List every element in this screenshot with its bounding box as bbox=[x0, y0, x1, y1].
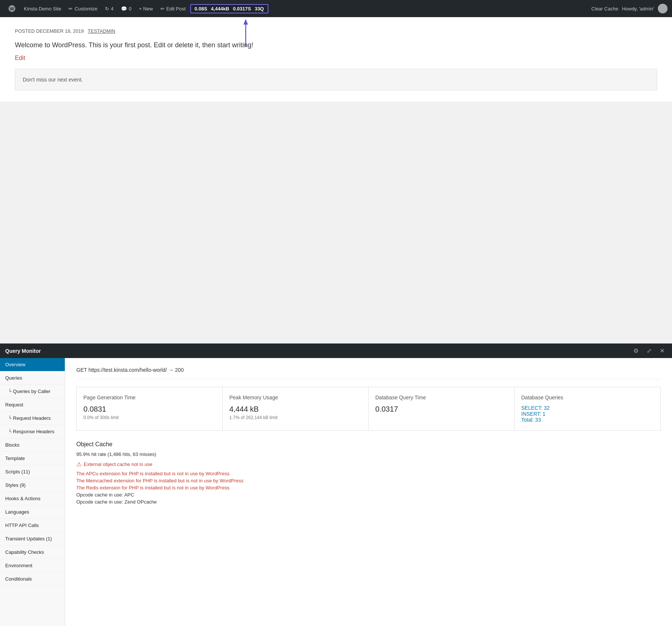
clear-cache-link[interactable]: Clear Cache bbox=[591, 6, 618, 12]
sidebar-item-overview[interactable]: Overview bbox=[0, 358, 65, 370]
comments-link[interactable]: 💬 0 bbox=[118, 0, 134, 17]
edit-link[interactable]: Edit bbox=[15, 55, 657, 61]
edit-post-link[interactable]: ✏ Edit Post bbox=[157, 0, 189, 17]
qm-main: GET https://test.kinsta.com/hello-world/… bbox=[65, 358, 672, 370]
site-name[interactable]: Kinsta Demo Site bbox=[21, 0, 64, 17]
qm-url-line: GET https://test.kinsta.com/hello-world/… bbox=[76, 367, 661, 370]
post-meta: POSTED DECEMBER 18, 2019 TESTADMIN bbox=[15, 28, 657, 34]
widget-area: Don't miss our next event. bbox=[15, 69, 657, 90]
qm-expand-button[interactable]: ⤢ bbox=[644, 346, 654, 355]
new-link[interactable]: + New bbox=[136, 0, 156, 17]
post-body-text: Welcome to WordPress. This is your first… bbox=[15, 41, 657, 49]
wp-logo[interactable]: W bbox=[4, 0, 19, 17]
qm-body: OverviewQueries└ Queries by CallerReques… bbox=[0, 358, 672, 370]
perf-queries: 33Q bbox=[255, 6, 264, 12]
svg-text:W: W bbox=[10, 6, 15, 12]
qm-close-button[interactable]: ✕ bbox=[657, 346, 667, 355]
qm-sidebar: OverviewQueries└ Queries by CallerReques… bbox=[0, 358, 65, 370]
performance-badge[interactable]: 0.08S 4,444kB 0.0317S 33Q bbox=[190, 4, 268, 13]
author-link[interactable]: TESTADMIN bbox=[88, 28, 115, 34]
qm-header-actions: ⚙ ⤢ ✕ bbox=[631, 346, 667, 355]
query-monitor-panel: Query Monitor ⚙ ⤢ ✕ OverviewQueries└ Que… bbox=[0, 343, 672, 370]
admin-bar: W Kinsta Demo Site ✏ Customize ↻ 4 💬 0 +… bbox=[0, 0, 672, 17]
perf-time: 0.08S bbox=[195, 6, 207, 12]
revisions-link[interactable]: ↻ 4 bbox=[102, 0, 117, 17]
avatar bbox=[658, 4, 668, 13]
qm-header: Query Monitor ⚙ ⤢ ✕ bbox=[0, 344, 672, 358]
admin-bar-right: Clear Cache Howdy, 'admin' bbox=[591, 4, 668, 13]
qm-settings-button[interactable]: ⚙ bbox=[631, 346, 641, 355]
perf-memory: 4,444kB bbox=[211, 6, 229, 12]
page-content: POSTED DECEMBER 18, 2019 TESTADMIN Welco… bbox=[0, 17, 672, 102]
howdy-text: Howdy, 'admin' bbox=[622, 6, 654, 12]
customize-link[interactable]: ✏ Customize bbox=[66, 0, 100, 17]
perf-query-time: 0.0317S bbox=[233, 6, 251, 12]
qm-title: Query Monitor bbox=[5, 348, 631, 354]
